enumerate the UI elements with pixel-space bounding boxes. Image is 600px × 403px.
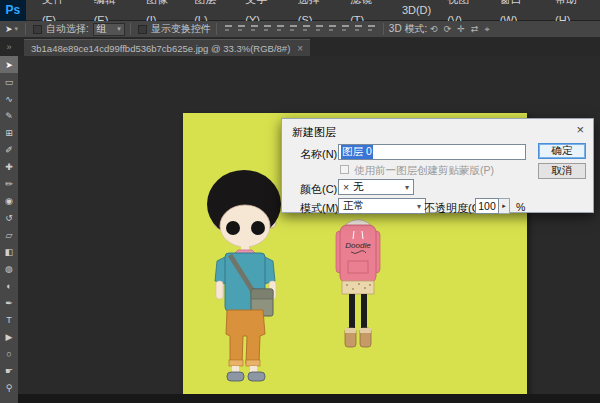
- opacity-unit: %: [516, 201, 525, 213]
- eraser-tool[interactable]: ▱: [0, 226, 18, 243]
- menu-bar: Ps 文件(F)编辑(E)图像(I)图层(L)文字(Y)选择(S)滤镜(T)3D…: [0, 0, 600, 21]
- auto-select-dropdown[interactable]: 组 ▾: [93, 23, 125, 36]
- gradient-tool[interactable]: ◧: [0, 243, 18, 260]
- tools-panel: ➤▭∿✎⊞✐✚✏◉↺▱◧◍◐✒T▶○☛⚲: [0, 56, 18, 403]
- dialog-title: 新建图层: [292, 125, 336, 140]
- toolbar-collapse-icon[interactable]: »: [0, 38, 18, 56]
- divider: [383, 23, 384, 35]
- workspace: Doodle: [18, 56, 600, 403]
- chevron-down-icon: ▾: [111, 25, 121, 33]
- boy-cuff-left: [229, 360, 243, 366]
- 3d-mode-icons-group: ⟲⟳✛⇄⌖: [427, 23, 492, 35]
- girl-shorts-dot: [369, 284, 371, 286]
- show-transform-controls-label: 显示变换控件: [151, 22, 211, 36]
- document-tab[interactable]: 3b1a48e89ce14cd99ffbd536b7cb625e.jpg @ 3…: [24, 39, 310, 56]
- chevron-down-icon: ▾: [409, 202, 421, 211]
- divider: [25, 23, 26, 35]
- auto-select-checkbox[interactable]: [33, 25, 42, 34]
- 3d-mode-label: 3D 模式:: [389, 22, 427, 36]
- girl-leg-left: [349, 294, 355, 329]
- girl-shorts-dot: [364, 287, 366, 289]
- spot-healing-brush-tool[interactable]: ✚: [0, 158, 18, 175]
- boy-eye-right: [251, 221, 265, 235]
- menu-item[interactable]: 3D(D): [394, 0, 439, 21]
- history-brush-tool[interactable]: ↺: [0, 209, 18, 226]
- crop-tool[interactable]: ⊞: [0, 124, 18, 141]
- dodge-tool[interactable]: ◐: [0, 277, 18, 294]
- document-tab-bar: » 3b1a48e89ce14cd99ffbd536b7cb625e.jpg @…: [0, 38, 600, 56]
- close-icon[interactable]: ×: [297, 43, 303, 54]
- clipping-mask-label: 使用前一图层创建剪贴蒙版(P): [354, 164, 494, 178]
- boy-shoe-right: [248, 372, 265, 381]
- clipping-mask-checkbox[interactable]: [340, 165, 349, 174]
- mode-label: 模式(M):: [300, 201, 342, 216]
- distribute-top-edges-icon[interactable]: [302, 24, 311, 33]
- lasso-tool[interactable]: ∿: [0, 90, 18, 107]
- ok-button[interactable]: 确定: [538, 143, 586, 159]
- color-value: 无: [353, 180, 364, 194]
- tool-preset-caret-icon[interactable]: ▾: [15, 25, 19, 33]
- quick-selection-tool[interactable]: ✎: [0, 107, 18, 124]
- cancel-button[interactable]: 取消: [538, 163, 586, 179]
- align-top-edges-icon[interactable]: [224, 24, 233, 33]
- girl-shorts-dot: [358, 283, 360, 285]
- 3d-roll-camera-icon[interactable]: ⟳: [444, 24, 452, 34]
- boy-arm-left: [216, 281, 223, 299]
- align-bottom-edges-icon[interactable]: [250, 24, 259, 33]
- distribute-right-edges-icon[interactable]: [367, 24, 376, 33]
- blur-tool[interactable]: ◍: [0, 260, 18, 277]
- distribute-left-edges-icon[interactable]: [341, 24, 350, 33]
- new-layer-dialog: 新建图层 × 名称(N): 图层 0 确定 取消 使用前一图层创建剪贴蒙版(P)…: [281, 118, 594, 213]
- chevron-down-icon: ▾: [397, 183, 409, 192]
- move-tool[interactable]: ➤: [0, 56, 18, 73]
- 3d-zoom-camera-icon[interactable]: ⌖: [484, 24, 489, 34]
- girl-shorts: [342, 281, 374, 294]
- rectangular-marquee-tool[interactable]: ▭: [0, 73, 18, 90]
- ellipse-tool[interactable]: ○: [0, 345, 18, 362]
- show-transform-controls-checkbox[interactable]: [138, 25, 147, 34]
- color-dropdown[interactable]: × 无 ▾: [338, 179, 414, 195]
- document-tab-title: 3b1a48e89ce14cd99ffbd536b7cb625e.jpg @ 3…: [31, 43, 290, 54]
- distribute-horizontal-centers-icon[interactable]: [354, 24, 363, 33]
- align-right-edges-icon[interactable]: [289, 24, 298, 33]
- tool-options-bar: ➤ ▾ 自动选择: 组 ▾ 显示变换控件 3D 模式: ⟲⟳✛⇄⌖: [0, 21, 600, 38]
- 3d-slide-camera-icon[interactable]: ⇄: [471, 24, 479, 34]
- name-label: 名称(N):: [300, 147, 340, 162]
- mode-dropdown[interactable]: 正常 ▾: [338, 198, 426, 214]
- photoshop-logo-icon: Ps: [0, 0, 26, 21]
- align-vertical-centers-icon[interactable]: [237, 24, 246, 33]
- boy-eye-left: [226, 221, 240, 235]
- pen-tool[interactable]: ✒: [0, 294, 18, 311]
- girl-leg-right: [361, 294, 367, 329]
- distribute-vertical-centers-icon[interactable]: [315, 24, 324, 33]
- path-selection-tool[interactable]: ▶: [0, 328, 18, 345]
- horizontal-type-tool[interactable]: T: [0, 311, 18, 328]
- boy-shoe-left: [227, 372, 244, 381]
- align-left-edges-icon[interactable]: [263, 24, 272, 33]
- auto-select-value: 组: [97, 22, 107, 36]
- divider: [216, 23, 217, 35]
- divider: [130, 23, 131, 35]
- clone-stamp-tool[interactable]: ◉: [0, 192, 18, 209]
- layer-name-value: 图层 0: [341, 145, 373, 159]
- align-horizontal-centers-icon[interactable]: [276, 24, 285, 33]
- opacity-input[interactable]: 100: [475, 198, 499, 214]
- dialog-close-icon[interactable]: ×: [576, 123, 584, 136]
- layer-name-input[interactable]: 图层 0: [338, 144, 526, 160]
- opacity-spinner-icon[interactable]: ▸: [499, 198, 510, 214]
- girl-drawing: Doodle: [330, 217, 387, 350]
- no-color-icon: ×: [343, 181, 349, 193]
- brush-tool[interactable]: ✏: [0, 175, 18, 192]
- girl-shorts-dot: [346, 284, 348, 286]
- boy-cuff-right: [246, 360, 260, 366]
- align-icons-group: [222, 24, 378, 35]
- zoom-tool[interactable]: ⚲: [0, 379, 18, 396]
- color-label: 颜色(C):: [300, 182, 340, 197]
- 3d-rotate-camera-icon[interactable]: ⟲: [430, 24, 438, 34]
- distribute-bottom-edges-icon[interactable]: [328, 24, 337, 33]
- hand-tool[interactable]: ☛: [0, 362, 18, 379]
- move-tool-preset-icon[interactable]: ➤: [5, 24, 13, 34]
- eyedropper-tool[interactable]: ✐: [0, 141, 18, 158]
- boy-bag-flap: [251, 289, 273, 299]
- 3d-pan-camera-icon[interactable]: ✛: [457, 24, 465, 34]
